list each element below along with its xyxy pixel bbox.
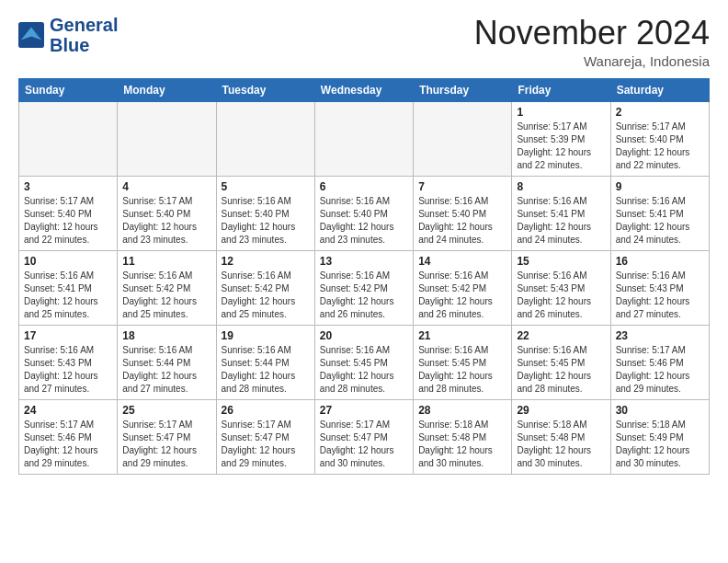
day-number: 21 — [418, 329, 506, 342]
day-number: 15 — [517, 255, 605, 268]
calendar-cell: 11Sunrise: 5:16 AM Sunset: 5:42 PM Dayli… — [118, 250, 216, 325]
calendar-cell — [414, 101, 512, 176]
calendar-cell — [19, 101, 118, 176]
header: General Blue November 2024 Wanareja, Ind… — [18, 15, 710, 69]
day-number: 1 — [517, 106, 605, 119]
day-number: 22 — [517, 329, 605, 342]
weekday-header: Monday — [118, 78, 216, 101]
day-number: 29 — [517, 404, 605, 417]
weekday-header: Saturday — [610, 78, 709, 101]
calendar-cell: 29Sunrise: 5:18 AM Sunset: 5:48 PM Dayli… — [512, 399, 610, 474]
calendar-cell: 4Sunrise: 5:17 AM Sunset: 5:40 PM Daylig… — [118, 176, 216, 250]
calendar-cell: 28Sunrise: 5:18 AM Sunset: 5:48 PM Dayli… — [414, 399, 512, 474]
day-number: 2 — [616, 106, 704, 119]
day-info: Sunrise: 5:16 AM Sunset: 5:40 PM Dayligh… — [418, 195, 506, 247]
calendar-cell: 24Sunrise: 5:17 AM Sunset: 5:46 PM Dayli… — [19, 399, 118, 474]
day-info: Sunrise: 5:16 AM Sunset: 5:41 PM Dayligh… — [616, 195, 704, 247]
day-info: Sunrise: 5:18 AM Sunset: 5:48 PM Dayligh… — [418, 419, 506, 470]
month-title: November 2024 — [474, 15, 710, 52]
calendar-cell: 8Sunrise: 5:16 AM Sunset: 5:41 PM Daylig… — [512, 176, 610, 250]
day-info: Sunrise: 5:17 AM Sunset: 5:40 PM Dayligh… — [616, 121, 704, 172]
day-number: 14 — [418, 255, 506, 268]
day-number: 16 — [616, 255, 704, 268]
day-info: Sunrise: 5:16 AM Sunset: 5:40 PM Dayligh… — [222, 195, 310, 247]
day-number: 30 — [616, 404, 704, 417]
location-title: Wanareja, Indonesia — [474, 53, 710, 69]
weekday-header: Friday — [512, 78, 610, 101]
day-info: Sunrise: 5:16 AM Sunset: 5:40 PM Dayligh… — [320, 195, 408, 247]
calendar-cell: 17Sunrise: 5:16 AM Sunset: 5:43 PM Dayli… — [19, 325, 118, 399]
day-info: Sunrise: 5:16 AM Sunset: 5:43 PM Dayligh… — [616, 270, 704, 321]
day-info: Sunrise: 5:17 AM Sunset: 5:40 PM Dayligh… — [122, 195, 210, 247]
day-number: 23 — [616, 329, 704, 342]
day-number: 18 — [122, 329, 210, 342]
calendar-cell — [118, 101, 216, 176]
day-number: 19 — [222, 329, 310, 342]
calendar-cell: 27Sunrise: 5:17 AM Sunset: 5:47 PM Dayli… — [314, 399, 413, 474]
calendar-cell: 6Sunrise: 5:16 AM Sunset: 5:40 PM Daylig… — [314, 176, 413, 250]
calendar-cell: 14Sunrise: 5:16 AM Sunset: 5:42 PM Dayli… — [414, 250, 512, 325]
calendar-cell: 26Sunrise: 5:17 AM Sunset: 5:47 PM Dayli… — [216, 399, 314, 474]
day-number: 5 — [222, 180, 310, 193]
day-info: Sunrise: 5:16 AM Sunset: 5:41 PM Dayligh… — [24, 270, 112, 321]
day-info: Sunrise: 5:17 AM Sunset: 5:46 PM Dayligh… — [24, 419, 112, 470]
calendar-cell: 19Sunrise: 5:16 AM Sunset: 5:44 PM Dayli… — [216, 325, 314, 399]
calendar-header-row: SundayMondayTuesdayWednesdayThursdayFrid… — [19, 78, 710, 101]
day-info: Sunrise: 5:17 AM Sunset: 5:47 PM Dayligh… — [320, 419, 408, 470]
day-number: 7 — [418, 180, 506, 193]
calendar-cell: 23Sunrise: 5:17 AM Sunset: 5:46 PM Dayli… — [610, 325, 709, 399]
calendar-cell: 9Sunrise: 5:16 AM Sunset: 5:41 PM Daylig… — [610, 176, 709, 250]
day-number: 17 — [24, 329, 112, 342]
day-number: 9 — [616, 180, 704, 193]
day-info: Sunrise: 5:16 AM Sunset: 5:43 PM Dayligh… — [24, 344, 112, 396]
day-number: 24 — [24, 404, 112, 417]
logo-text: General Blue — [50, 15, 118, 55]
calendar-cell: 21Sunrise: 5:16 AM Sunset: 5:45 PM Dayli… — [414, 325, 512, 399]
day-info: Sunrise: 5:17 AM Sunset: 5:47 PM Dayligh… — [122, 419, 210, 470]
week-row: 3Sunrise: 5:17 AM Sunset: 5:40 PM Daylig… — [19, 176, 710, 250]
day-info: Sunrise: 5:17 AM Sunset: 5:46 PM Dayligh… — [616, 344, 704, 396]
day-info: Sunrise: 5:16 AM Sunset: 5:45 PM Dayligh… — [320, 344, 408, 396]
calendar-cell: 3Sunrise: 5:17 AM Sunset: 5:40 PM Daylig… — [19, 176, 118, 250]
day-info: Sunrise: 5:16 AM Sunset: 5:45 PM Dayligh… — [517, 344, 605, 396]
day-info: Sunrise: 5:17 AM Sunset: 5:40 PM Dayligh… — [24, 195, 112, 247]
calendar: SundayMondayTuesdayWednesdayThursdayFrid… — [18, 78, 710, 475]
calendar-cell: 18Sunrise: 5:16 AM Sunset: 5:44 PM Dayli… — [118, 325, 216, 399]
day-info: Sunrise: 5:17 AM Sunset: 5:47 PM Dayligh… — [222, 419, 310, 470]
day-number: 27 — [320, 404, 408, 417]
day-number: 8 — [517, 180, 605, 193]
calendar-cell — [216, 101, 314, 176]
calendar-cell: 13Sunrise: 5:16 AM Sunset: 5:42 PM Dayli… — [314, 250, 413, 325]
calendar-cell: 20Sunrise: 5:16 AM Sunset: 5:45 PM Dayli… — [314, 325, 413, 399]
logo-icon — [18, 22, 44, 48]
weekday-header: Sunday — [19, 78, 118, 101]
calendar-cell: 10Sunrise: 5:16 AM Sunset: 5:41 PM Dayli… — [19, 250, 118, 325]
day-number: 12 — [222, 255, 310, 268]
weekday-header: Tuesday — [216, 78, 314, 101]
day-info: Sunrise: 5:18 AM Sunset: 5:48 PM Dayligh… — [517, 419, 605, 470]
day-info: Sunrise: 5:16 AM Sunset: 5:42 PM Dayligh… — [122, 270, 210, 321]
day-info: Sunrise: 5:16 AM Sunset: 5:45 PM Dayligh… — [418, 344, 506, 396]
week-row: 17Sunrise: 5:16 AM Sunset: 5:43 PM Dayli… — [19, 325, 710, 399]
calendar-cell: 7Sunrise: 5:16 AM Sunset: 5:40 PM Daylig… — [414, 176, 512, 250]
calendar-cell: 25Sunrise: 5:17 AM Sunset: 5:47 PM Dayli… — [118, 399, 216, 474]
calendar-cell — [314, 101, 413, 176]
day-number: 28 — [418, 404, 506, 417]
calendar-cell: 5Sunrise: 5:16 AM Sunset: 5:40 PM Daylig… — [216, 176, 314, 250]
day-info: Sunrise: 5:18 AM Sunset: 5:49 PM Dayligh… — [616, 419, 704, 470]
day-info: Sunrise: 5:16 AM Sunset: 5:42 PM Dayligh… — [320, 270, 408, 321]
logo-area: General Blue — [18, 15, 118, 55]
day-number: 26 — [222, 404, 310, 417]
calendar-cell: 22Sunrise: 5:16 AM Sunset: 5:45 PM Dayli… — [512, 325, 610, 399]
day-number: 11 — [122, 255, 210, 268]
week-row: 24Sunrise: 5:17 AM Sunset: 5:46 PM Dayli… — [19, 399, 710, 474]
calendar-cell: 30Sunrise: 5:18 AM Sunset: 5:49 PM Dayli… — [610, 399, 709, 474]
page: General Blue November 2024 Wanareja, Ind… — [0, 0, 728, 563]
day-number: 13 — [320, 255, 408, 268]
day-number: 20 — [320, 329, 408, 342]
day-number: 25 — [122, 404, 210, 417]
calendar-cell: 2Sunrise: 5:17 AM Sunset: 5:40 PM Daylig… — [610, 101, 709, 176]
day-number: 3 — [24, 180, 112, 193]
day-info: Sunrise: 5:16 AM Sunset: 5:42 PM Dayligh… — [418, 270, 506, 321]
day-info: Sunrise: 5:16 AM Sunset: 5:41 PM Dayligh… — [517, 195, 605, 247]
